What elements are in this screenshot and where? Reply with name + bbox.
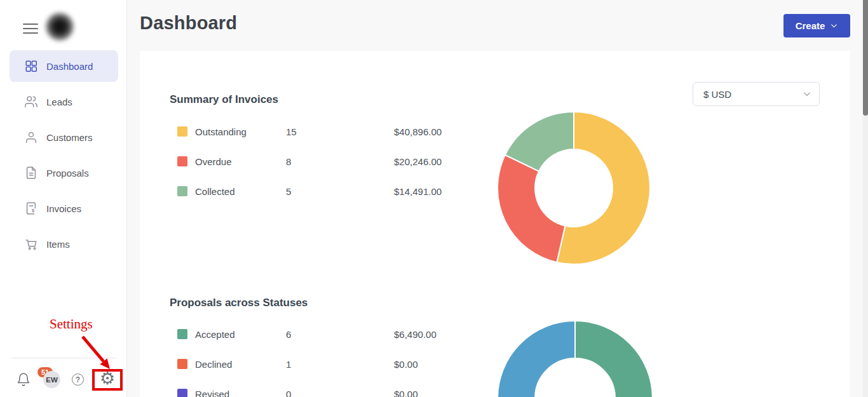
cart-icon <box>24 237 38 251</box>
sidebar-item-label: Proposals <box>46 168 89 178</box>
sidebar-divider <box>11 358 116 358</box>
user-icon <box>24 130 38 144</box>
invoice-icon: $ <box>24 201 38 215</box>
sidebar-item-proposals[interactable]: Proposals <box>10 157 118 189</box>
legend-row: Outstanding 15 $40,896.00 <box>177 126 533 137</box>
legend-label: Accepted <box>195 329 235 340</box>
legend-row: Accepted 6 $6,490.00 <box>177 329 533 339</box>
legend-color-swatch <box>177 126 187 137</box>
legend-row: Revised 0 $0.00 <box>177 389 533 397</box>
legend-color-swatch <box>177 389 187 397</box>
chevron-down-icon <box>803 90 811 98</box>
users-icon <box>24 95 38 109</box>
legend-count: 6 <box>286 329 291 340</box>
create-button-label: Create <box>796 20 825 31</box>
legend-row: Overdue 8 $20,246.00 <box>177 156 533 166</box>
app-logo[interactable] <box>44 11 75 42</box>
notifications-bell-icon[interactable]: 51 <box>16 372 32 388</box>
legend-count: 1 <box>286 359 291 370</box>
sidebar-item-customers[interactable]: Customers <box>10 121 118 153</box>
legend-count: 8 <box>286 156 291 167</box>
legend-color-swatch <box>177 156 187 166</box>
hamburger-menu-icon[interactable] <box>23 24 38 34</box>
annotation-settings-label: Settings <box>50 316 93 332</box>
sidebar-item-label: Leads <box>46 97 72 107</box>
sidebar-item-invoices[interactable]: $ Invoices <box>10 192 118 224</box>
sidebar-item-label: Items <box>46 239 70 250</box>
section-title-proposals: Proposals across Statuses <box>170 297 308 309</box>
legend-row: Collected 5 $14,491.00 <box>177 186 533 196</box>
legend-amount: $20,246.00 <box>394 156 442 167</box>
scrollbar-track[interactable] <box>863 0 868 397</box>
sidebar-item-dashboard[interactable]: Dashboard <box>10 50 118 82</box>
legend-row: Declined 1 $0.00 <box>177 359 533 369</box>
sidebar-footer: 51 EW ? ⚙ <box>0 365 127 397</box>
svg-text:$: $ <box>32 208 34 213</box>
legend-amount: $0.00 <box>394 389 418 397</box>
sidebar-item-label: Customers <box>46 132 93 143</box>
currency-dropdown[interactable]: $ USD <box>693 82 820 106</box>
legend-amount: $0.00 <box>394 359 418 370</box>
grid-icon <box>24 59 38 73</box>
legend-amount: $40,896.00 <box>394 126 442 137</box>
legend-color-swatch <box>177 329 187 339</box>
legend-label: Outstanding <box>195 126 247 137</box>
invoices-donut-chart <box>491 105 656 271</box>
legend-amount: $6,490.00 <box>394 329 437 340</box>
legend-color-swatch <box>177 359 187 369</box>
dashboard-card: $ USD Summary of Invoices Outstanding 15… <box>140 51 850 397</box>
section-title-invoices: Summary of Invoices <box>170 93 278 106</box>
sidebar-item-leads[interactable]: Leads <box>10 86 118 118</box>
sidebar-item-label: Dashboard <box>46 61 93 72</box>
scrollbar-thumb[interactable] <box>863 0 868 116</box>
page-title: Dashboard <box>140 13 237 34</box>
legend-amount: $14,491.00 <box>394 186 442 197</box>
help-icon[interactable]: ? <box>72 373 84 386</box>
legend-label: Declined <box>195 359 232 370</box>
legend-label: Collected <box>195 186 235 197</box>
sidebar-nav: Dashboard Leads Customers Proposals $ In… <box>0 50 127 264</box>
legend-label: Overdue <box>195 156 232 167</box>
chevron-down-icon <box>830 22 838 30</box>
legend-count: 5 <box>286 186 291 197</box>
sidebar-item-label: Invoices <box>46 203 81 214</box>
currency-dropdown-value: $ USD <box>703 89 731 100</box>
legend-color-swatch <box>177 186 187 196</box>
user-avatar[interactable]: EW <box>43 371 60 388</box>
create-button[interactable]: Create <box>783 14 850 37</box>
proposals-donut-chart <box>492 316 658 397</box>
settings-gear-icon[interactable]: ⚙ <box>98 369 117 388</box>
legend-count: 0 <box>286 389 291 397</box>
legend-count: 15 <box>286 126 297 137</box>
document-icon <box>24 166 38 180</box>
sidebar: Dashboard Leads Customers Proposals $ In… <box>0 0 127 397</box>
legend-label: Revised <box>195 389 229 397</box>
sidebar-item-items[interactable]: Items <box>10 228 118 260</box>
